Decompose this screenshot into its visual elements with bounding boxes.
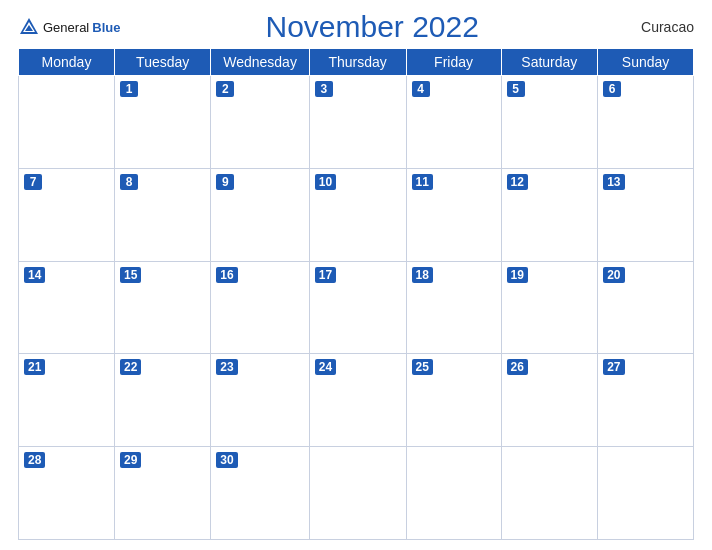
calendar-cell: 3 (309, 76, 406, 169)
calendar-cell: 7 (19, 168, 115, 261)
calendar-cell: 8 (115, 168, 211, 261)
day-number: 10 (315, 174, 336, 190)
day-number: 8 (120, 174, 138, 190)
calendar-header: General Blue November 2022 Curacao (18, 10, 694, 44)
calendar-cell: 17 (309, 261, 406, 354)
weekday-header-thursday: Thursday (309, 49, 406, 76)
logo-general-text: General (43, 20, 89, 35)
logo: General Blue (18, 16, 120, 38)
calendar-week-row: 78910111213 (19, 168, 694, 261)
weekday-header-tuesday: Tuesday (115, 49, 211, 76)
day-number: 14 (24, 267, 45, 283)
day-number: 15 (120, 267, 141, 283)
calendar-cell: 19 (501, 261, 598, 354)
day-number: 1 (120, 81, 138, 97)
day-number: 21 (24, 359, 45, 375)
calendar-cell (406, 447, 501, 540)
day-number: 19 (507, 267, 528, 283)
day-number: 7 (24, 174, 42, 190)
day-number: 9 (216, 174, 234, 190)
weekday-header-friday: Friday (406, 49, 501, 76)
calendar-week-row: 282930 (19, 447, 694, 540)
calendar-cell: 1 (115, 76, 211, 169)
day-number: 23 (216, 359, 237, 375)
logo-icon (18, 16, 40, 38)
calendar-cell: 16 (211, 261, 309, 354)
day-number: 5 (507, 81, 525, 97)
calendar-title: November 2022 (265, 10, 478, 43)
day-number: 30 (216, 452, 237, 468)
calendar-cell: 12 (501, 168, 598, 261)
logo-blue-text: Blue (92, 20, 120, 35)
calendar-cell: 10 (309, 168, 406, 261)
day-number: 24 (315, 359, 336, 375)
calendar-cell: 13 (598, 168, 694, 261)
day-number: 12 (507, 174, 528, 190)
day-number: 6 (603, 81, 621, 97)
calendar-cell: 28 (19, 447, 115, 540)
calendar-cell: 27 (598, 354, 694, 447)
day-number: 26 (507, 359, 528, 375)
day-number: 28 (24, 452, 45, 468)
day-number: 22 (120, 359, 141, 375)
calendar-cell (309, 447, 406, 540)
weekday-header-wednesday: Wednesday (211, 49, 309, 76)
calendar-cell: 4 (406, 76, 501, 169)
calendar-cell: 2 (211, 76, 309, 169)
country-label: Curacao (624, 19, 694, 35)
calendar-cell: 23 (211, 354, 309, 447)
calendar-cell (598, 447, 694, 540)
calendar-cell: 26 (501, 354, 598, 447)
calendar-cell: 15 (115, 261, 211, 354)
calendar-title-area: November 2022 (265, 10, 478, 44)
day-number: 27 (603, 359, 624, 375)
day-number: 20 (603, 267, 624, 283)
day-number: 16 (216, 267, 237, 283)
day-number: 17 (315, 267, 336, 283)
calendar-cell: 18 (406, 261, 501, 354)
day-number: 25 (412, 359, 433, 375)
calendar-cell: 30 (211, 447, 309, 540)
calendar-cell: 9 (211, 168, 309, 261)
calendar-cell: 6 (598, 76, 694, 169)
day-number: 13 (603, 174, 624, 190)
weekday-header-saturday: Saturday (501, 49, 598, 76)
calendar-cell: 25 (406, 354, 501, 447)
day-number: 4 (412, 81, 430, 97)
weekday-header-monday: Monday (19, 49, 115, 76)
day-number: 3 (315, 81, 333, 97)
calendar-week-row: 21222324252627 (19, 354, 694, 447)
calendar-cell: 14 (19, 261, 115, 354)
day-number: 11 (412, 174, 433, 190)
weekday-header-sunday: Sunday (598, 49, 694, 76)
calendar-week-row: 14151617181920 (19, 261, 694, 354)
day-number: 18 (412, 267, 433, 283)
calendar-table: MondayTuesdayWednesdayThursdayFridaySatu… (18, 48, 694, 540)
calendar-cell: 20 (598, 261, 694, 354)
calendar-cell: 11 (406, 168, 501, 261)
calendar-cell: 29 (115, 447, 211, 540)
calendar-cell (19, 76, 115, 169)
calendar-cell: 24 (309, 354, 406, 447)
day-number: 29 (120, 452, 141, 468)
calendar-cell (501, 447, 598, 540)
day-number: 2 (216, 81, 234, 97)
calendar-cell: 21 (19, 354, 115, 447)
weekday-header-row: MondayTuesdayWednesdayThursdayFridaySatu… (19, 49, 694, 76)
calendar-week-row: 123456 (19, 76, 694, 169)
calendar-cell: 5 (501, 76, 598, 169)
calendar-cell: 22 (115, 354, 211, 447)
